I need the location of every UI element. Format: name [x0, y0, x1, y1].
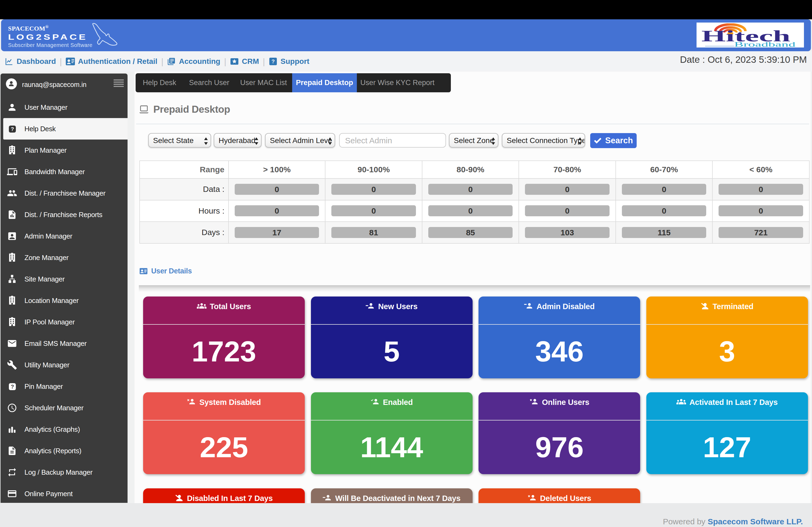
svg-text:?: ?	[272, 59, 275, 64]
